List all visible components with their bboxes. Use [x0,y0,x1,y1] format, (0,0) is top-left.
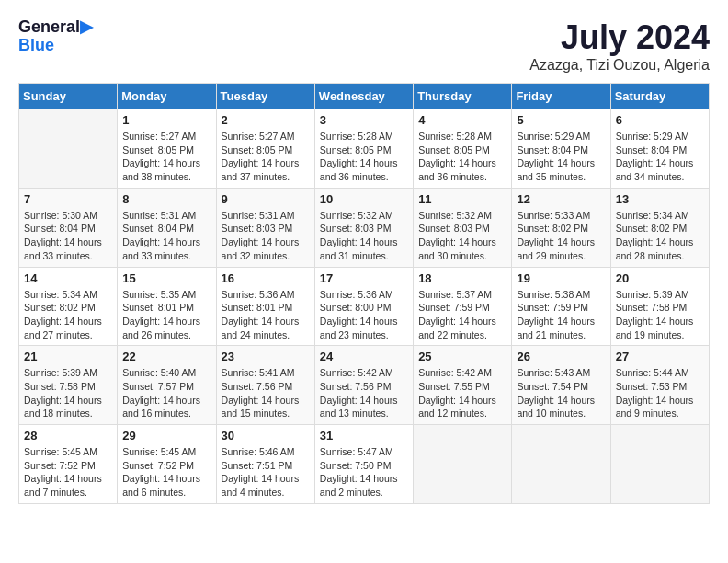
calendar-cell: 10Sunrise: 5:32 AM Sunset: 8:03 PM Dayli… [314,188,413,267]
calendar-cell: 4Sunrise: 5:28 AM Sunset: 8:05 PM Daylig… [414,109,512,189]
calendar-cell: 13Sunrise: 5:34 AM Sunset: 8:02 PM Dayli… [610,188,709,267]
header-cell-monday: Monday [118,84,216,109]
day-number: 27 [616,350,704,363]
calendar-cell: 11Sunrise: 5:32 AM Sunset: 8:03 PM Dayli… [414,188,512,267]
calendar-cell: 25Sunrise: 5:42 AM Sunset: 7:55 PM Dayli… [414,346,512,425]
day-number: 12 [517,192,605,206]
day-info: Sunrise: 5:37 AM Sunset: 7:59 PM Dayligh… [418,288,506,342]
week-row-4: 21Sunrise: 5:39 AM Sunset: 7:58 PM Dayli… [19,346,710,425]
calendar-cell: 22Sunrise: 5:40 AM Sunset: 7:57 PM Dayli… [118,346,216,425]
calendar-cell: 8Sunrise: 5:31 AM Sunset: 8:04 PM Daylig… [118,188,216,267]
day-number: 19 [517,271,605,285]
calendar-cell: 19Sunrise: 5:38 AM Sunset: 7:59 PM Dayli… [512,267,610,346]
day-info: Sunrise: 5:29 AM Sunset: 8:04 PM Dayligh… [517,130,605,184]
day-number: 14 [24,271,112,285]
day-info: Sunrise: 5:44 AM Sunset: 7:53 PM Dayligh… [616,366,704,420]
title-block: July 2024 Azazga, Tizi Ouzou, Algeria [529,18,710,74]
logo-text: General▶ [18,18,93,37]
day-info: Sunrise: 5:34 AM Sunset: 8:02 PM Dayligh… [24,288,112,342]
calendar-body: 1Sunrise: 5:27 AM Sunset: 8:05 PM Daylig… [19,109,710,504]
day-info: Sunrise: 5:46 AM Sunset: 7:51 PM Dayligh… [222,445,310,500]
day-number: 30 [222,429,310,442]
day-info: Sunrise: 5:43 AM Sunset: 7:54 PM Dayligh… [517,366,605,420]
header-cell-tuesday: Tuesday [216,84,314,109]
day-info: Sunrise: 5:27 AM Sunset: 8:05 PM Dayligh… [122,130,210,184]
calendar-cell: 21Sunrise: 5:39 AM Sunset: 7:58 PM Dayli… [19,346,118,425]
calendar-cell: 28Sunrise: 5:45 AM Sunset: 7:52 PM Dayli… [19,425,118,504]
day-number: 17 [320,271,408,285]
day-info: Sunrise: 5:38 AM Sunset: 7:59 PM Dayligh… [517,288,605,342]
calendar-cell [610,425,709,504]
day-info: Sunrise: 5:45 AM Sunset: 7:52 PM Dayligh… [24,445,112,500]
day-info: Sunrise: 5:39 AM Sunset: 7:58 PM Dayligh… [616,288,704,342]
day-number: 23 [222,350,310,363]
day-number: 10 [320,192,408,206]
page-header: General▶ Blue July 2024 Azazga, Tizi Ouz… [18,18,710,74]
calendar-cell: 2Sunrise: 5:27 AM Sunset: 8:05 PM Daylig… [216,109,314,189]
week-row-3: 14Sunrise: 5:34 AM Sunset: 8:02 PM Dayli… [19,267,710,346]
calendar-cell: 23Sunrise: 5:41 AM Sunset: 7:56 PM Dayli… [216,346,314,425]
day-number: 5 [517,113,605,127]
calendar-cell [414,425,512,504]
day-number: 13 [616,192,704,206]
day-number: 8 [122,192,210,206]
week-row-1: 1Sunrise: 5:27 AM Sunset: 8:05 PM Daylig… [19,109,710,189]
calendar-cell: 26Sunrise: 5:43 AM Sunset: 7:54 PM Dayli… [512,346,610,425]
day-info: Sunrise: 5:32 AM Sunset: 8:03 PM Dayligh… [418,209,506,263]
page-title: July 2024 [529,18,710,57]
calendar-cell: 9Sunrise: 5:31 AM Sunset: 8:03 PM Daylig… [216,188,314,267]
day-info: Sunrise: 5:40 AM Sunset: 7:57 PM Dayligh… [122,366,210,420]
day-number: 25 [418,350,506,363]
calendar-cell: 18Sunrise: 5:37 AM Sunset: 7:59 PM Dayli… [414,267,512,346]
day-info: Sunrise: 5:29 AM Sunset: 8:04 PM Dayligh… [616,130,704,184]
calendar-cell: 7Sunrise: 5:30 AM Sunset: 8:04 PM Daylig… [19,188,118,267]
page-subtitle: Azazga, Tizi Ouzou, Algeria [529,57,710,74]
calendar-cell: 14Sunrise: 5:34 AM Sunset: 8:02 PM Dayli… [19,267,118,346]
day-info: Sunrise: 5:31 AM Sunset: 8:03 PM Dayligh… [222,209,310,263]
week-row-5: 28Sunrise: 5:45 AM Sunset: 7:52 PM Dayli… [19,425,710,504]
calendar-cell [512,425,610,504]
calendar-cell: 5Sunrise: 5:29 AM Sunset: 8:04 PM Daylig… [512,109,610,189]
calendar-cell: 16Sunrise: 5:36 AM Sunset: 8:01 PM Dayli… [216,267,314,346]
calendar-cell: 3Sunrise: 5:28 AM Sunset: 8:05 PM Daylig… [314,109,413,189]
day-info: Sunrise: 5:31 AM Sunset: 8:04 PM Dayligh… [122,209,210,263]
day-number: 28 [24,429,112,442]
calendar-cell: 27Sunrise: 5:44 AM Sunset: 7:53 PM Dayli… [610,346,709,425]
calendar-cell: 31Sunrise: 5:47 AM Sunset: 7:50 PM Dayli… [314,425,413,504]
day-number: 1 [122,113,210,127]
day-info: Sunrise: 5:35 AM Sunset: 8:01 PM Dayligh… [122,288,210,342]
header-cell-wednesday: Wednesday [314,84,413,109]
day-number: 9 [222,192,310,206]
week-row-2: 7Sunrise: 5:30 AM Sunset: 8:04 PM Daylig… [19,188,710,267]
calendar-cell: 15Sunrise: 5:35 AM Sunset: 8:01 PM Dayli… [118,267,216,346]
calendar-cell: 24Sunrise: 5:42 AM Sunset: 7:56 PM Dayli… [314,346,413,425]
day-info: Sunrise: 5:27 AM Sunset: 8:05 PM Dayligh… [222,130,310,184]
day-number: 20 [616,271,704,285]
day-number: 11 [418,192,506,206]
calendar-cell: 12Sunrise: 5:33 AM Sunset: 8:02 PM Dayli… [512,188,610,267]
calendar-cell: 29Sunrise: 5:45 AM Sunset: 7:52 PM Dayli… [118,425,216,504]
day-number: 26 [517,350,605,363]
day-number: 21 [24,350,112,363]
logo: General▶ Blue [18,18,93,55]
calendar-cell: 17Sunrise: 5:36 AM Sunset: 8:00 PM Dayli… [314,267,413,346]
header-cell-sunday: Sunday [19,84,118,109]
calendar-cell: 20Sunrise: 5:39 AM Sunset: 7:58 PM Dayli… [610,267,709,346]
day-info: Sunrise: 5:39 AM Sunset: 7:58 PM Dayligh… [24,366,112,420]
calendar-header: SundayMondayTuesdayWednesdayThursdayFrid… [19,84,710,109]
calendar-cell: 1Sunrise: 5:27 AM Sunset: 8:05 PM Daylig… [118,109,216,189]
day-info: Sunrise: 5:30 AM Sunset: 8:04 PM Dayligh… [24,209,112,263]
day-info: Sunrise: 5:28 AM Sunset: 8:05 PM Dayligh… [418,130,506,184]
calendar-table: SundayMondayTuesdayWednesdayThursdayFrid… [18,83,710,504]
day-number: 18 [418,271,506,285]
day-number: 7 [24,192,112,206]
logo-blue: Blue [18,37,93,55]
day-number: 24 [320,350,408,363]
day-info: Sunrise: 5:36 AM Sunset: 8:00 PM Dayligh… [320,288,408,342]
header-cell-saturday: Saturday [610,84,709,109]
day-number: 2 [222,113,310,127]
day-info: Sunrise: 5:32 AM Sunset: 8:03 PM Dayligh… [320,209,408,263]
day-number: 15 [122,271,210,285]
day-info: Sunrise: 5:34 AM Sunset: 8:02 PM Dayligh… [616,209,704,263]
day-info: Sunrise: 5:33 AM Sunset: 8:02 PM Dayligh… [517,209,605,263]
